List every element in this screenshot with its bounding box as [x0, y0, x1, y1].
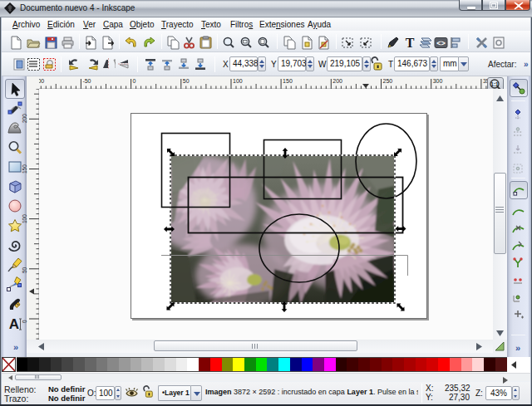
- svg-text:50: 50: [183, 78, 190, 84]
- svg-text:A: A: [9, 316, 19, 332]
- svg-text:300: 300: [433, 78, 443, 84]
- svg-text:200: 200: [332, 78, 342, 84]
- svg-text:0: 0: [133, 78, 136, 84]
- svg-text:<>: <>: [436, 39, 446, 47]
- svg-text:100: 100: [233, 78, 243, 84]
- svg-text:250: 250: [383, 78, 393, 84]
- svg-text:150: 150: [283, 78, 293, 84]
- svg-text:T: T: [406, 36, 415, 50]
- svg-text:1:1: 1:1: [490, 81, 499, 87]
- svg-text:-50: -50: [82, 78, 91, 84]
